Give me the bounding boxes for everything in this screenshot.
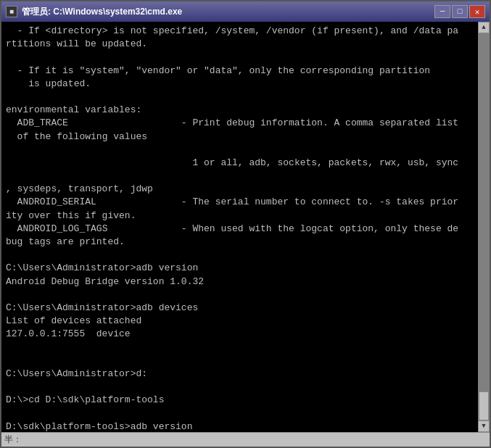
status-text: 半： xyxy=(4,434,22,446)
close-button[interactable]: ✕ xyxy=(469,5,485,18)
terminal-output[interactable]: - If <directory> is not specified, /syst… xyxy=(1,22,478,432)
scroll-down-arrow[interactable]: ▼ xyxy=(478,420,490,432)
title-buttons: ─ □ ✕ xyxy=(434,5,485,18)
window-icon: ■ xyxy=(6,6,17,17)
scroll-up-arrow[interactable]: ▲ xyxy=(478,22,490,33)
window-title: 管理员: C:\Windows\system32\cmd.exe xyxy=(22,6,182,18)
scroll-track[interactable] xyxy=(478,33,490,420)
content-area: - If <directory> is not specified, /syst… xyxy=(1,22,490,432)
cmd-window: ■ 管理员: C:\Windows\system32\cmd.exe ─ □ ✕… xyxy=(0,0,491,448)
scroll-thumb[interactable] xyxy=(479,391,489,420)
minimize-button[interactable]: ─ xyxy=(434,5,450,18)
title-bar-left: ■ 管理员: C:\Windows\system32\cmd.exe xyxy=(6,6,182,18)
status-bar: 半： xyxy=(1,432,490,447)
title-bar: ■ 管理员: C:\Windows\system32\cmd.exe ─ □ ✕ xyxy=(1,1,490,22)
scrollbar[interactable]: ▲ ▼ xyxy=(478,22,490,432)
maximize-button[interactable]: □ xyxy=(452,5,468,18)
